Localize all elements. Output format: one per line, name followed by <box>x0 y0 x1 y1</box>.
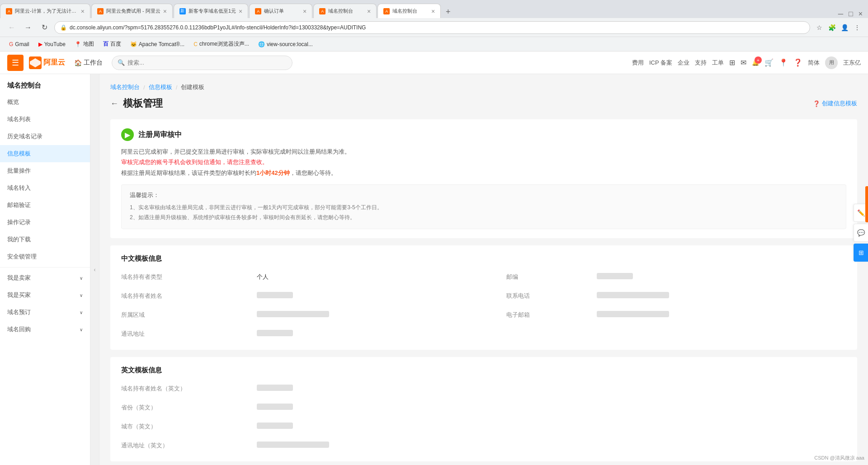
tab-3-close[interactable]: × <box>239 8 242 14</box>
postcode-blurred <box>597 273 633 279</box>
tab-4[interactable]: A 确认订单 × <box>249 4 312 18</box>
workbench-link[interactable]: 🏠 工作台 <box>74 59 103 67</box>
tab-2[interactable]: A 阿里云免费试用 - 阿里云 × <box>91 4 173 18</box>
sidebar-item-buyer[interactable]: 我是买家 ∨ <box>0 287 90 304</box>
feedback-chat-button[interactable]: 💬 <box>854 224 868 242</box>
forward-button[interactable]: → <box>22 21 34 34</box>
tab-6[interactable]: A 域名控制台 × <box>377 4 441 18</box>
nav-cart[interactable]: 🛒 <box>764 58 774 67</box>
menu-button[interactable]: ⋮ <box>852 22 863 33</box>
create-info-template-button[interactable]: ❓ 创建信息模板 <box>813 99 857 108</box>
label-region: 所属区域 <box>121 308 257 322</box>
address-bar[interactable]: 🔒 dc.console.aliyun.com/?spm=5176.283552… <box>54 21 810 34</box>
extensions-button[interactable]: 🧩 <box>826 22 837 33</box>
nav-language[interactable]: 简体 <box>808 59 820 67</box>
username[interactable]: 王东亿 <box>843 59 861 67</box>
bookmark-chrome[interactable]: C chrome浏览器没声... <box>190 39 253 49</box>
bookmarks-bar: G Gmail ▶ YouTube 📍 地图 百 百度 🐱 Apache Tom… <box>0 37 868 52</box>
user-avatar[interactable]: 用 <box>825 56 838 69</box>
baidu-favicon: 百 <box>103 40 108 48</box>
header-search[interactable]: 🔍 <box>112 56 292 70</box>
bookmark-youtube[interactable]: ▶ YouTube <box>35 40 69 49</box>
nav-enterprise[interactable]: 企业 <box>678 59 689 67</box>
tab-3-favicon: 新 <box>179 8 186 14</box>
sidebar-item-oplog[interactable]: 操作记录 <box>0 214 90 231</box>
status-header: ▶ 注册局审核中 <box>121 128 846 141</box>
nav-icp[interactable]: ICP 备案 <box>649 59 672 67</box>
aliyun-logo[interactable]: 阿里云 <box>29 56 65 69</box>
hamburger-menu-button[interactable]: ☰ <box>7 55 24 71</box>
tab-6-close[interactable]: × <box>431 8 435 14</box>
nav-help[interactable]: ❓ <box>793 58 802 67</box>
nav-icon-2[interactable]: ✉ <box>741 58 746 67</box>
sidebar-toggle-button[interactable]: ‹ <box>90 74 99 465</box>
close-window-button[interactable]: × <box>857 10 864 18</box>
search-input[interactable] <box>127 59 287 66</box>
bookmark-maps[interactable]: 📍 地图 <box>71 39 98 49</box>
home-icon: 🏠 <box>74 59 82 66</box>
sidebar-item-transfer[interactable]: 域名转入 <box>0 179 90 197</box>
nav-location[interactable]: 📍 <box>779 58 788 67</box>
tab-5-close[interactable]: × <box>367 8 371 14</box>
back-button[interactable]: ← <box>5 21 18 34</box>
minimize-button[interactable]: ─ <box>836 10 845 18</box>
label-en-name: 域名持有者姓名（英文） <box>121 382 257 395</box>
tab-4-title: 确认订单 <box>264 8 300 14</box>
tab-3-title: 新客专享域名低至1元 <box>189 8 236 14</box>
sidebar-item-security[interactable]: 安全锁管理 <box>0 248 90 265</box>
sidebar-section-seller: 我是卖家 ∨ 我是买家 ∨ 域名预订 ∨ 域名回购 ∨ <box>0 267 90 338</box>
bookmark-star-button[interactable]: ☆ <box>814 22 825 33</box>
sidebar-item-history[interactable]: 历史域名记录 <box>0 128 90 145</box>
nav-fees[interactable]: 费用 <box>632 59 644 67</box>
status-card: ▶ 注册局审核中 阿里云已完成初审，并已提交至注册局进行审核，实际审核完成时间以… <box>110 119 857 238</box>
sidebar-item-preorder[interactable]: 域名预订 ∨ <box>0 304 90 321</box>
nav-support[interactable]: 支持 <box>695 59 707 67</box>
nav-bell[interactable]: 🔔 + <box>752 59 759 66</box>
orange-sidebar-bar <box>865 186 868 222</box>
label-en-address: 通讯地址（英文） <box>121 439 257 452</box>
tab-1[interactable]: A 阿里云-计算，为了无法计算... × <box>0 4 90 18</box>
sidebar-item-download[interactable]: 我的下载 <box>0 231 90 248</box>
sidebar-item-batch[interactable]: 批量操作 <box>0 162 90 179</box>
profile-button[interactable]: 👤 <box>839 22 850 33</box>
breadcrumb-home[interactable]: 域名控制台 <box>110 83 140 91</box>
sidebar-item-info-template[interactable]: 信息模板 <box>0 145 90 162</box>
bookmark-baidu-label: 百度 <box>110 40 121 48</box>
sidebar-item-domain-list[interactable]: 域名列表 <box>0 111 90 128</box>
tab-1-close[interactable]: × <box>81 8 85 14</box>
tab-5-title: 域名控制台 <box>328 8 364 14</box>
feedback-grid-button[interactable]: ⊞ <box>854 244 868 262</box>
breadcrumb-template[interactable]: 信息模板 <box>149 83 172 91</box>
tab-2-close[interactable]: × <box>163 8 167 14</box>
csdn-watermark: CSDN @清风微凉 aaa <box>814 455 864 461</box>
bookmark-baidu[interactable]: 百 百度 <box>99 39 125 49</box>
new-tab-button[interactable]: + <box>442 5 454 18</box>
tab-3[interactable]: 新 新客专享域名低至1元 × <box>174 4 248 18</box>
bookmark-tomcat[interactable]: 🐱 Apache Tomcat®... <box>127 40 188 49</box>
nav-icon-1[interactable]: ⊞ <box>729 58 735 67</box>
nav-ticket[interactable]: 工单 <box>712 59 724 67</box>
sidebar-item-seller[interactable]: 我是卖家 ∨ <box>0 269 90 287</box>
tab-5[interactable]: A 域名控制台 × <box>313 4 377 18</box>
breadcrumb: 域名控制台 / 信息模板 / 创建模板 <box>110 83 857 91</box>
sidebar-item-repurchase[interactable]: 域名回购 ∨ <box>0 321 90 338</box>
bookmark-gmail[interactable]: G Gmail <box>5 40 33 49</box>
sidebar: 域名控制台 概览 域名列表 历史域名记录 信息模板 批量操作 域名转入 邮箱验证 <box>0 74 90 465</box>
tab-4-close[interactable]: × <box>303 8 307 14</box>
gmail-favicon: G <box>9 41 13 47</box>
refresh-button[interactable]: ↻ <box>38 21 51 34</box>
youtube-favicon: ▶ <box>38 41 42 47</box>
sidebar-item-email[interactable]: 邮箱验证 <box>0 197 90 214</box>
sidebar-item-overview[interactable]: 概览 <box>0 94 90 111</box>
aliyun-header: ☰ 阿里云 🏠 工作台 🔍 费用 ICP 备案 企业 支持 工单 ⊞ ✉ <box>0 52 868 74</box>
bookmark-viewsource[interactable]: 🌐 view-source:local... <box>255 40 316 49</box>
back-arrow-button[interactable]: ← <box>110 99 118 108</box>
seller-chevron-icon: ∨ <box>80 276 83 281</box>
label-holder-type: 域名持有者类型 <box>121 270 257 284</box>
sidebar-item-preorder-label: 域名预订 <box>7 308 31 316</box>
value-region <box>257 308 506 322</box>
breadcrumb-sep-2: / <box>176 84 178 91</box>
lock-icon: 🔒 <box>60 24 67 31</box>
maximize-button[interactable]: □ <box>847 10 855 18</box>
en-address-blurred <box>257 442 329 448</box>
